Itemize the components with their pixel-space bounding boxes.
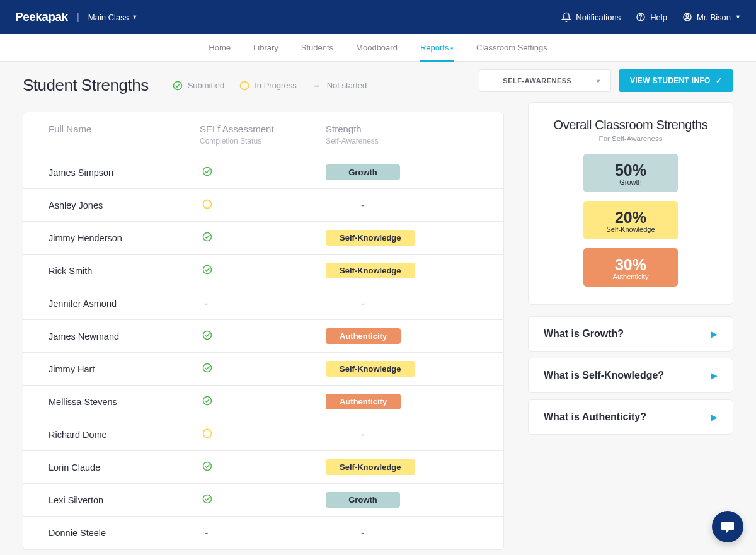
bell-icon: [561, 12, 571, 22]
student-status: [200, 396, 326, 408]
submitted-icon: [202, 330, 212, 340]
page-title: Student Strengths: [23, 76, 149, 95]
student-name: Ashley Jones: [49, 200, 200, 210]
strength-pill: Self-Knowledge: [326, 459, 415, 475]
student-strength: Growth: [326, 164, 478, 180]
student-status: [200, 494, 326, 506]
strength-pill: Self-Knowledge: [326, 361, 415, 377]
table-row[interactable]: Donnie Steele--: [23, 517, 503, 549]
student-name: Donnie Steele: [49, 528, 200, 538]
chat-launcher[interactable]: [712, 511, 743, 542]
notifications-link[interactable]: Notifications: [561, 12, 621, 22]
student-status: -: [200, 298, 326, 309]
student-name: Jimmy Hart: [49, 364, 200, 374]
chevron-right-icon: ▶: [711, 370, 718, 380]
student-strength: -: [326, 527, 478, 539]
accordion-item[interactable]: What is Authenticity?▶: [528, 399, 733, 435]
stat-box: 50%Growth: [583, 154, 678, 192]
table-row[interactable]: Mellissa StevensAuthenticity: [23, 386, 503, 418]
notstarted-icon: -: [202, 298, 208, 309]
legend-submitted-label: Submitted: [188, 81, 225, 90]
accordion-label: What is Self-Knowledge?: [544, 370, 664, 381]
th-assessment-sub: Completion Status: [200, 137, 326, 146]
submitted-icon: [202, 363, 212, 373]
student-status: [200, 330, 326, 343]
table-row[interactable]: James NewmandAuthenticity: [23, 320, 503, 353]
table-row[interactable]: Jimmy HartSelf-Knowledge: [23, 353, 503, 386]
brand-divider: |: [77, 11, 79, 23]
table-row[interactable]: Lexi SilvertonGrowth: [23, 484, 503, 517]
student-name: Jimmy Henderson: [49, 233, 200, 243]
dropdown-value: SELF-AWARENESS: [503, 77, 571, 84]
nav-library[interactable]: Library: [253, 34, 278, 61]
table-row[interactable]: Jennifer Asmond--: [23, 287, 503, 320]
student-strength: Growth: [326, 492, 478, 508]
strength-pill: Authenticity: [326, 394, 401, 409]
accordion-label: What is Growth?: [544, 328, 624, 340]
student-name: Richard Dome: [49, 430, 200, 440]
student-name: Rick Smith: [49, 266, 200, 276]
table-header: Full Name SELf Assessment Completion Sta…: [23, 112, 503, 156]
th-name: Full Name: [49, 123, 200, 134]
student-status: [200, 166, 326, 179]
class-selector[interactable]: Main Class ▼: [88, 13, 137, 22]
help-icon: [636, 12, 646, 22]
overall-title: Overall Classroom Strengths: [546, 118, 715, 132]
th-strength: Strength: [326, 123, 478, 134]
table-row[interactable]: Lorin ClaudeSelf-Knowledge: [23, 451, 503, 484]
accordion-item[interactable]: What is Self-Knowledge?▶: [528, 358, 733, 393]
submitted-icon: [202, 396, 212, 406]
student-strength: Self-Knowledge: [326, 230, 478, 246]
stat-pct: 20%: [583, 209, 678, 227]
notstarted-icon: –: [312, 81, 322, 91]
chevron-down-icon: ▼: [132, 14, 137, 20]
chevron-down-icon: ▼: [735, 14, 741, 20]
table-row[interactable]: Richard Dome-: [23, 418, 503, 451]
submitted-icon: [202, 232, 212, 242]
notifications-label: Notifications: [576, 13, 621, 22]
strength-pill: Growth: [326, 164, 400, 180]
nav-reports[interactable]: Reports: [420, 34, 454, 62]
legend-notstarted-label: Not started: [327, 81, 367, 90]
nav-students[interactable]: Students: [301, 34, 333, 61]
student-status: [200, 232, 326, 244]
strength-pill: Growth: [326, 492, 400, 508]
nav-classroom-settings[interactable]: Classroom Settings: [476, 34, 547, 61]
table-row[interactable]: James SimpsonGrowth: [23, 156, 503, 189]
submitted-icon: [202, 166, 212, 176]
class-selector-label: Main Class: [88, 13, 129, 22]
legend-notstarted: – Not started: [312, 81, 367, 91]
accordion-item[interactable]: What is Growth?▶: [528, 316, 733, 352]
nav-home[interactable]: Home: [209, 34, 231, 61]
student-name: Jennifer Asmond: [49, 299, 200, 309]
help-label: Help: [650, 13, 667, 22]
accordion-label: What is Authenticity?: [544, 411, 646, 423]
navbar: Home Library Students Moodboard Reports …: [0, 34, 756, 62]
user-menu[interactable]: Mr. Bison ▼: [682, 12, 741, 22]
nav-moodboard[interactable]: Moodboard: [356, 34, 398, 61]
submitted-icon: [202, 494, 212, 504]
th-assessment: SELf Assessment: [200, 123, 326, 134]
chat-icon: [720, 519, 735, 534]
table-row[interactable]: Rick SmithSelf-Knowledge: [23, 255, 503, 287]
student-strength: Self-Knowledge: [326, 361, 478, 377]
view-student-info-button[interactable]: VIEW STUDENT INFO ✓: [619, 69, 733, 92]
student-strength: -: [326, 298, 478, 309]
student-strength: -: [326, 429, 478, 440]
view-student-info-label: VIEW STUDENT INFO: [630, 76, 711, 85]
table-row[interactable]: Jimmy HendersonSelf-Knowledge: [23, 222, 503, 255]
notstarted-icon: -: [202, 527, 208, 539]
help-link[interactable]: Help: [636, 12, 667, 22]
student-strength: Authenticity: [326, 328, 478, 344]
stat-box: 30%Authenticity: [583, 248, 678, 287]
inprogress-icon: [202, 428, 212, 438]
student-name: James Newmand: [49, 331, 200, 341]
inprogress-icon: [239, 81, 249, 91]
brand-logo[interactable]: Peekapak: [15, 10, 68, 24]
student-status: [200, 199, 326, 212]
table-row[interactable]: Ashley Jones-: [23, 189, 503, 222]
stat-label: Authenticity: [583, 273, 678, 280]
strength-dropdown[interactable]: SELF-AWARENESS: [479, 69, 611, 92]
strength-pill: Self-Knowledge: [326, 263, 415, 278]
svg-point-3: [641, 19, 641, 20]
